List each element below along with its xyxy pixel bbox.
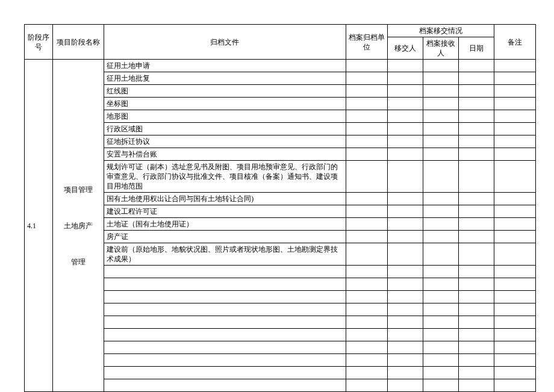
cell-receiver	[423, 85, 458, 98]
cell-date	[458, 278, 494, 291]
cell-date	[458, 218, 494, 231]
cell-receiver	[423, 60, 458, 72]
cell-file: 坐标图	[104, 98, 346, 110]
cell-note	[494, 243, 535, 266]
cell-date	[458, 316, 494, 329]
cell-date	[458, 110, 494, 123]
cell-note	[494, 110, 535, 123]
cell-receiver	[423, 231, 458, 243]
header-row-1: 阶段序号 项目阶段名称 归档文件 档案归档单位 档案移交情况 备注	[25, 25, 536, 37]
cell-file	[104, 341, 346, 354]
cell-date	[458, 161, 494, 193]
cell-note	[494, 205, 535, 218]
cell-note	[494, 193, 535, 205]
cell-file: 建设前（原始地形、地貌状况图、照片或者现状地形图、土地勘测定界技术成果）	[104, 243, 346, 266]
cell-transfer	[387, 303, 423, 316]
cell-transfer	[387, 316, 423, 329]
cell-note	[494, 231, 535, 243]
cell-note	[494, 123, 535, 135]
cell-receiver	[423, 123, 458, 135]
cell-note	[494, 303, 535, 316]
cell-transfer	[387, 291, 423, 303]
hdr-stage: 项目阶段名称	[53, 25, 104, 60]
cell-receiver	[423, 218, 458, 231]
cell-transfer	[387, 218, 423, 231]
cell-transfer	[387, 123, 423, 135]
cell-unit	[346, 60, 387, 72]
hdr-transfer-person: 移交人	[387, 37, 423, 60]
cell-date	[458, 135, 494, 148]
cell-file	[104, 316, 346, 329]
cell-unit	[346, 266, 387, 278]
cell-note	[494, 329, 535, 341]
cell-transfer	[387, 60, 423, 72]
cell-transfer	[387, 72, 423, 85]
cell-receiver	[423, 72, 458, 85]
cell-date	[458, 148, 494, 161]
cell-file	[104, 291, 346, 303]
cell-transfer	[387, 161, 423, 193]
cell-date	[458, 205, 494, 218]
cell-date	[458, 291, 494, 303]
cell-note	[494, 341, 535, 354]
cell-transfer	[387, 354, 423, 367]
cell-note	[494, 354, 535, 367]
cell-date	[458, 354, 494, 367]
cell-file: 土地证（国有土地使用证）	[104, 218, 346, 231]
cell-file	[104, 303, 346, 316]
cell-file	[104, 379, 346, 392]
stage-text-2: 土地房产	[64, 222, 93, 230]
cell-file: 安置与补偿台账	[104, 148, 346, 161]
cell-receiver	[423, 205, 458, 218]
cell-note	[494, 72, 535, 85]
cell-unit	[346, 161, 387, 193]
cell-note	[494, 266, 535, 278]
cell-date	[458, 266, 494, 278]
cell-file: 征用土地批复	[104, 72, 346, 85]
cell-transfer	[387, 243, 423, 266]
cell-date	[458, 367, 494, 379]
cell-transfer	[387, 278, 423, 291]
cell-file: 建设工程许可证	[104, 205, 346, 218]
cell-unit	[346, 354, 387, 367]
cell-file: 规划许可证（副本）选址意见书及附图、项目用地预审意见、行政部门的审查意见、行政部…	[104, 161, 346, 193]
cell-receiver	[423, 278, 458, 291]
cell-transfer	[387, 85, 423, 98]
cell-receiver	[423, 316, 458, 329]
cell-file: 红线图	[104, 85, 346, 98]
hdr-unit: 档案归档单位	[346, 25, 387, 60]
hdr-receiver: 档案接收人	[423, 37, 458, 60]
cell-receiver	[423, 110, 458, 123]
cell-transfer	[387, 148, 423, 161]
cell-receiver	[423, 367, 458, 379]
cell-file: 行政区域图	[104, 123, 346, 135]
cell-seq: 4.1	[25, 60, 53, 392]
cell-unit	[346, 231, 387, 243]
cell-receiver	[423, 291, 458, 303]
archive-table: 阶段序号 项目阶段名称 归档文件 档案归档单位 档案移交情况 备注 移交人 档案…	[24, 24, 536, 392]
stage-text-1: 项目管理	[64, 185, 93, 194]
cell-receiver	[423, 354, 458, 367]
cell-transfer	[387, 205, 423, 218]
cell-date	[458, 85, 494, 98]
cell-receiver	[423, 98, 458, 110]
cell-receiver	[423, 379, 458, 392]
cell-file: 房产证	[104, 231, 346, 243]
cell-receiver	[423, 193, 458, 205]
cell-transfer	[387, 266, 423, 278]
cell-date	[458, 123, 494, 135]
cell-receiver	[423, 329, 458, 341]
cell-date	[458, 243, 494, 266]
cell-receiver	[423, 243, 458, 266]
cell-file	[104, 266, 346, 278]
table-row: 4.1 项目管理 土地房产 管理 征用土地申请	[25, 60, 536, 72]
cell-note	[494, 85, 535, 98]
cell-file	[104, 278, 346, 291]
cell-unit	[346, 367, 387, 379]
cell-note	[494, 291, 535, 303]
cell-note	[494, 135, 535, 148]
cell-file	[104, 329, 346, 341]
cell-receiver	[423, 148, 458, 161]
cell-receiver	[423, 303, 458, 316]
cell-note	[494, 379, 535, 392]
